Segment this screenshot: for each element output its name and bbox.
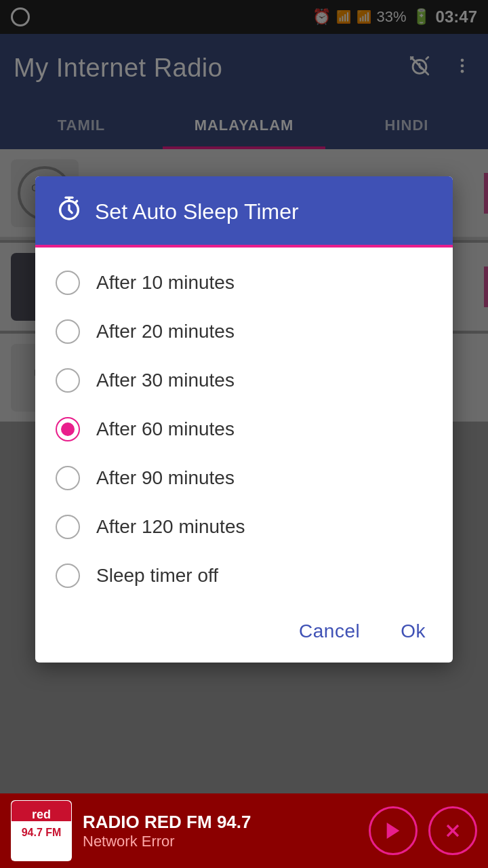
player-bar: red 94.7 FM RADIO RED FM 94.7 Network Er… [0,793,488,868]
option-20min[interactable]: After 20 minutes [35,307,453,356]
dialog-actions: Cancel Ok [35,606,453,663]
option-30min[interactable]: After 30 minutes [35,356,453,405]
cancel-button[interactable]: Cancel [285,614,373,649]
play-button[interactable] [369,806,418,855]
radio-90min [56,466,80,490]
option-60min[interactable]: After 60 minutes [35,405,453,454]
label-timer-off: Sleep timer off [96,565,218,587]
svg-marker-14 [387,823,400,839]
player-status: Network Error [83,833,358,850]
radio-30min [56,368,80,393]
option-10min[interactable]: After 10 minutes [35,258,453,307]
ok-button[interactable]: Ok [387,614,439,649]
player-controls [369,806,477,855]
close-button[interactable] [428,806,477,855]
option-timer-off[interactable]: Sleep timer off [35,551,453,600]
timer-icon [56,195,83,229]
label-30min: After 30 minutes [96,370,235,391]
dialog-body: After 10 minutes After 20 minutes After … [35,248,453,606]
label-90min: After 90 minutes [96,467,235,489]
dialog-header: Set Auto Sleep Timer [35,176,453,248]
option-120min[interactable]: After 120 minutes [35,502,453,551]
radio-20min [56,319,80,344]
sleep-timer-dialog: Set Auto Sleep Timer After 10 minutes Af… [35,176,453,663]
radio-10min [56,271,80,295]
label-60min: After 60 minutes [96,418,235,440]
radio-120min [56,515,80,539]
label-20min: After 20 minutes [96,321,235,342]
label-10min: After 10 minutes [96,272,235,294]
player-info: RADIO RED FM 94.7 Network Error [83,812,358,850]
player-logo: red 94.7 FM [11,800,72,861]
dialog-title: Set Auto Sleep Timer [95,199,299,224]
svg-text:94.7 FM: 94.7 FM [22,827,62,838]
radio-timer-off [56,564,80,588]
label-120min: After 120 minutes [96,516,245,538]
radio-60min [56,417,80,441]
player-station-name: RADIO RED FM 94.7 [83,812,358,833]
svg-text:red: red [32,808,51,821]
option-90min[interactable]: After 90 minutes [35,454,453,502]
